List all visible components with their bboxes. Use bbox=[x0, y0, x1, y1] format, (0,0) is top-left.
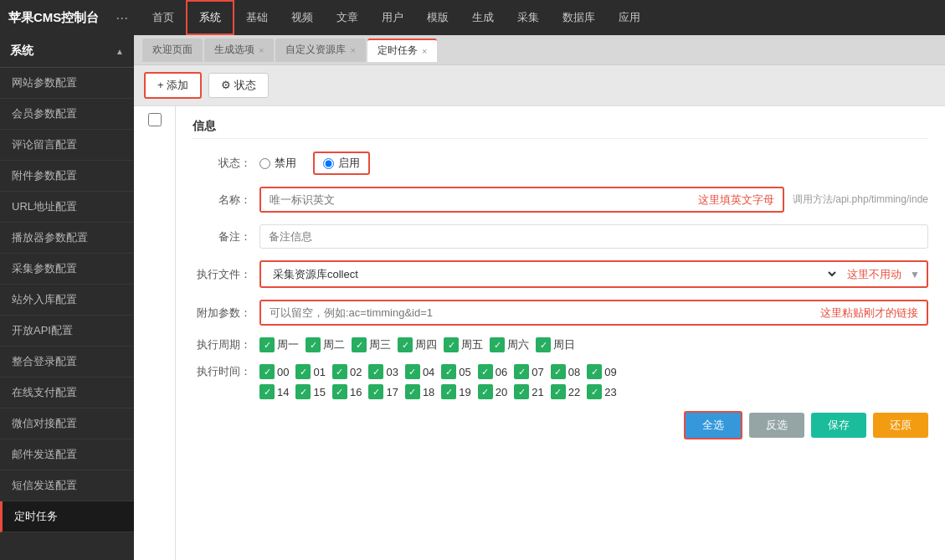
week-item-周五[interactable]: ✓周五 bbox=[444, 337, 483, 352]
invert-button[interactable]: 反选 bbox=[749, 413, 804, 438]
hour-item-01[interactable]: ✓01 bbox=[295, 364, 325, 379]
hour-item-23[interactable]: ✓23 bbox=[587, 384, 616, 399]
nav-item-视频[interactable]: 视频 bbox=[280, 0, 325, 35]
nav-item-基础[interactable]: 基础 bbox=[234, 0, 280, 35]
radio-disabled[interactable]: 禁用 bbox=[259, 156, 296, 171]
nav-item-生成[interactable]: 生成 bbox=[460, 0, 506, 35]
hour-item-18[interactable]: ✓18 bbox=[405, 384, 434, 399]
checkbox-h18[interactable]: ✓ bbox=[405, 384, 420, 399]
tab-自定义资源库[interactable]: 自定义资源库× bbox=[275, 39, 365, 62]
hour-item-00[interactable]: ✓00 bbox=[259, 364, 289, 379]
checkbox-h06[interactable]: ✓ bbox=[478, 364, 493, 379]
sidebar-item-定时任务[interactable]: 定时任务 bbox=[0, 501, 134, 532]
tab-close-自定义资源库[interactable]: × bbox=[350, 45, 355, 55]
checkbox-h09[interactable]: ✓ bbox=[587, 364, 602, 379]
restore-button[interactable]: 还原 bbox=[873, 413, 928, 438]
hour-item-17[interactable]: ✓17 bbox=[368, 384, 398, 399]
checkbox-h20[interactable]: ✓ bbox=[478, 384, 493, 399]
tab-生成选项[interactable]: 生成选项× bbox=[204, 39, 274, 62]
hour-item-16[interactable]: ✓16 bbox=[332, 384, 362, 399]
radio-enabled[interactable]: 启用 bbox=[313, 152, 370, 175]
sidebar-item-附件参数配置[interactable]: 附件参数配置 bbox=[0, 161, 134, 192]
hour-item-20[interactable]: ✓20 bbox=[478, 384, 507, 399]
checkbox-h08[interactable]: ✓ bbox=[551, 364, 566, 379]
params-input[interactable] bbox=[261, 301, 820, 324]
checkbox-h07[interactable]: ✓ bbox=[514, 364, 529, 379]
checkbox-h00[interactable]: ✓ bbox=[259, 364, 275, 379]
checkbox-周二[interactable]: ✓ bbox=[306, 337, 321, 352]
sidebar-item-短信发送配置[interactable]: 短信发送配置 bbox=[0, 470, 134, 501]
sidebar-item-会员参数配置[interactable]: 会员参数配置 bbox=[0, 99, 134, 130]
name-input[interactable] bbox=[261, 188, 698, 211]
checkbox-h05[interactable]: ✓ bbox=[441, 364, 456, 379]
week-item-周二[interactable]: ✓周二 bbox=[306, 337, 345, 352]
checkbox-h01[interactable]: ✓ bbox=[295, 364, 311, 379]
hour-item-15[interactable]: ✓15 bbox=[295, 384, 325, 399]
checkbox-h16[interactable]: ✓ bbox=[332, 384, 347, 399]
hour-item-21[interactable]: ✓21 bbox=[514, 384, 543, 399]
status-button[interactable]: ⚙ 状态 bbox=[208, 73, 269, 98]
week-item-周日[interactable]: ✓周日 bbox=[536, 337, 575, 352]
sidebar-item-邮件发送配置[interactable]: 邮件发送配置 bbox=[0, 439, 134, 470]
row-checkbox-1[interactable] bbox=[148, 113, 162, 126]
checkbox-h15[interactable]: ✓ bbox=[295, 384, 311, 399]
sidebar-item-整合登录配置[interactable]: 整合登录配置 bbox=[0, 347, 134, 378]
hour-item-19[interactable]: ✓19 bbox=[441, 384, 470, 399]
hour-item-09[interactable]: ✓09 bbox=[587, 364, 616, 379]
hour-item-03[interactable]: ✓03 bbox=[368, 364, 398, 379]
checkbox-h19[interactable]: ✓ bbox=[441, 384, 456, 399]
checkbox-h23[interactable]: ✓ bbox=[587, 384, 602, 399]
select-all-button[interactable]: 全选 bbox=[684, 411, 742, 439]
tab-close-定时任务[interactable]: × bbox=[422, 46, 427, 56]
hour-item-22[interactable]: ✓22 bbox=[551, 384, 580, 399]
checkbox-h14[interactable]: ✓ bbox=[259, 384, 275, 399]
more-dots[interactable]: ··· bbox=[116, 9, 128, 27]
checkbox-周一[interactable]: ✓ bbox=[259, 337, 275, 352]
sidebar-item-网站参数配置[interactable]: 网站参数配置 bbox=[0, 68, 134, 99]
nav-item-应用[interactable]: 应用 bbox=[607, 0, 652, 35]
week-item-周四[interactable]: ✓周四 bbox=[398, 337, 437, 352]
tab-定时任务[interactable]: 定时任务× bbox=[367, 39, 437, 62]
week-item-周六[interactable]: ✓周六 bbox=[490, 337, 529, 352]
hour-item-04[interactable]: ✓04 bbox=[405, 364, 434, 379]
hour-item-06[interactable]: ✓06 bbox=[478, 364, 507, 379]
nav-item-首页[interactable]: 首页 bbox=[141, 0, 186, 35]
nav-item-文章[interactable]: 文章 bbox=[325, 0, 370, 35]
sidebar-item-开放API配置[interactable]: 开放API配置 bbox=[0, 316, 134, 347]
hour-item-02[interactable]: ✓02 bbox=[332, 364, 362, 379]
hour-item-05[interactable]: ✓05 bbox=[441, 364, 470, 379]
checkbox-周日[interactable]: ✓ bbox=[536, 337, 551, 352]
nav-item-数据库[interactable]: 数据库 bbox=[551, 0, 607, 35]
sidebar-item-播放器参数配置[interactable]: 播放器参数配置 bbox=[0, 223, 134, 254]
checkbox-周六[interactable]: ✓ bbox=[490, 337, 505, 352]
checkbox-h03[interactable]: ✓ bbox=[368, 364, 383, 379]
nav-item-采集[interactable]: 采集 bbox=[506, 0, 551, 35]
nav-item-系统[interactable]: 系统 bbox=[186, 0, 234, 35]
hour-item-14[interactable]: ✓14 bbox=[259, 384, 289, 399]
sidebar-item-在线支付配置[interactable]: 在线支付配置 bbox=[0, 378, 134, 408]
nav-item-用户[interactable]: 用户 bbox=[370, 0, 415, 35]
week-item-周三[interactable]: ✓周三 bbox=[352, 337, 391, 352]
radio-enabled-input[interactable] bbox=[323, 158, 334, 169]
checkbox-周四[interactable]: ✓ bbox=[398, 337, 413, 352]
sidebar-item-站外入库配置[interactable]: 站外入库配置 bbox=[0, 285, 134, 316]
checkbox-h02[interactable]: ✓ bbox=[332, 364, 347, 379]
tab-欢迎页面[interactable]: 欢迎页面 bbox=[142, 39, 203, 62]
checkbox-h17[interactable]: ✓ bbox=[368, 384, 383, 399]
checkbox-周三[interactable]: ✓ bbox=[352, 337, 367, 352]
hour-item-07[interactable]: ✓07 bbox=[514, 364, 543, 379]
file-select[interactable]: 采集资源库collect bbox=[261, 262, 839, 286]
remark-input[interactable] bbox=[259, 224, 928, 249]
checkbox-周五[interactable]: ✓ bbox=[444, 337, 459, 352]
radio-disabled-input[interactable] bbox=[259, 158, 270, 169]
sidebar-item-评论留言配置[interactable]: 评论留言配置 bbox=[0, 130, 134, 161]
week-item-周一[interactable]: ✓周一 bbox=[259, 337, 299, 352]
nav-item-模版[interactable]: 模版 bbox=[415, 0, 460, 35]
tab-close-生成选项[interactable]: × bbox=[259, 45, 264, 55]
hour-item-08[interactable]: ✓08 bbox=[551, 364, 580, 379]
sidebar-item-微信对接配置[interactable]: 微信对接配置 bbox=[0, 408, 134, 439]
checkbox-h21[interactable]: ✓ bbox=[514, 384, 529, 399]
sidebar-item-采集参数配置[interactable]: 采集参数配置 bbox=[0, 254, 134, 285]
save-button[interactable]: 保存 bbox=[811, 413, 866, 438]
add-button[interactable]: + 添加 bbox=[144, 72, 202, 99]
